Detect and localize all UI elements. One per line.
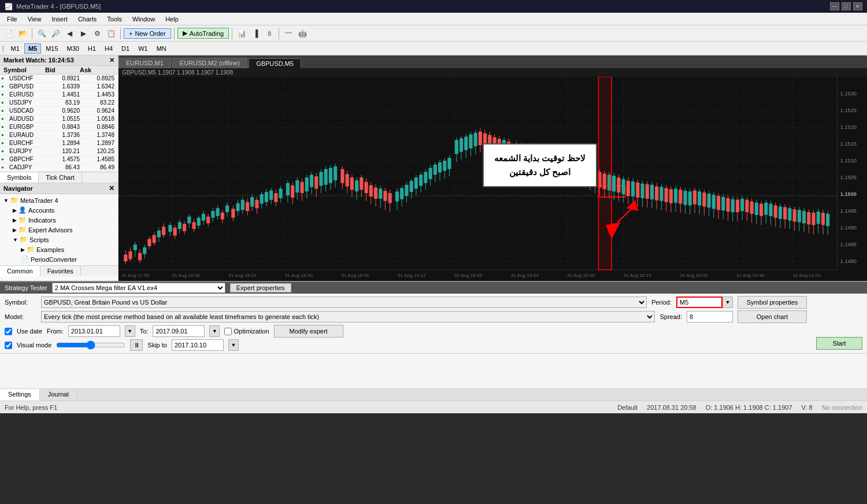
tf-h4[interactable]: H4 — [101, 43, 117, 54]
nav-item-experts[interactable]: ▶ 📁 Expert Advisors — [0, 225, 118, 235]
new-order-button[interactable]: + New Order — [124, 28, 171, 39]
expert-advisor-dropdown[interactable]: 2 MA Crosses Mega filter EA V1.ex4 — [52, 283, 225, 293]
chart-main[interactable]: 1.1530 1.1525 1.1520 1.1515 1.1510 1.150… — [118, 77, 867, 281]
menu-window[interactable]: Window — [128, 14, 160, 24]
chart-tab-gbpusd-m5[interactable]: GBPUSD,M5 — [249, 58, 301, 68]
svg-rect-279 — [674, 188, 677, 202]
mw-row-eurjpy[interactable]: ● EURJPY 120.21 120.25 — [0, 147, 118, 155]
template-button[interactable]: 📋 — [105, 27, 117, 40]
indicators-button[interactable]: 〰 — [282, 27, 295, 40]
modify-expert-button[interactable]: Modify expert — [274, 325, 343, 338]
collapse-icon: ▶ — [13, 217, 17, 223]
bar-chart-button[interactable]: ▐ — [249, 27, 262, 40]
nav-item-accounts[interactable]: ▶ 👤 Accounts — [0, 205, 118, 215]
mw-row-usdjpy[interactable]: ● USDJPY 83.19 83.22 — [0, 99, 118, 107]
svg-rect-56 — [128, 251, 132, 260]
zoom-out-button[interactable]: 🔎 — [49, 27, 62, 40]
svg-rect-271 — [655, 187, 658, 201]
mw-row-euraud[interactable]: ● EURAUD 1.3736 1.3748 — [0, 131, 118, 139]
menu-view[interactable]: View — [23, 14, 46, 24]
chart-tab-eurusd-m2[interactable]: EURUSD,M2 (offline) — [172, 58, 247, 68]
navigator-close-button[interactable]: ✕ — [109, 184, 114, 192]
tab-journal[interactable]: Journal — [40, 389, 77, 401]
to-date-dropdown[interactable]: ▼ — [209, 325, 220, 337]
mw-row-gbpchf[interactable]: ● GBPCHF 1.4575 1.4585 — [0, 155, 118, 164]
spread-input[interactable] — [687, 311, 733, 323]
nav-item-period-converter[interactable]: 📄 PeriodConverter — [0, 254, 118, 264]
menu-file[interactable]: File — [2, 14, 22, 24]
open-button[interactable]: 📂 — [16, 27, 29, 40]
chart-tab-eurusd-m1[interactable]: EURUSD,M1 — [118, 58, 171, 68]
open-chart-button[interactable]: Open chart — [738, 310, 807, 323]
tab-tick-chart[interactable]: Tick Chart — [39, 172, 82, 183]
period-input[interactable] — [676, 297, 722, 308]
tf-m5[interactable]: M5 — [24, 43, 41, 54]
from-date-dropdown[interactable]: ▼ — [125, 325, 135, 337]
zoom-in-button[interactable]: 🔍 — [35, 27, 48, 40]
experts-button[interactable]: 🤖 — [296, 27, 309, 40]
use-date-checkbox[interactable] — [5, 328, 12, 335]
symbol-select[interactable]: GBPUSD, Great Britain Pound vs US Dollar — [41, 297, 647, 308]
symbol-properties-button[interactable]: Symbol properties — [738, 296, 807, 309]
expert-properties-button-top[interactable]: Expert properties — [230, 283, 291, 292]
scroll-left-button[interactable]: ◀ — [63, 27, 76, 40]
skip-to-input[interactable] — [172, 339, 224, 351]
tab-favorites[interactable]: Favorites — [40, 266, 81, 276]
minimize-button[interactable]: — — [830, 2, 839, 10]
mw-row-eurchf[interactable]: ● EURCHF 1.2894 1.2897 — [0, 139, 118, 147]
mw-row-audusd[interactable]: ● AUDUSD 1.0515 1.0518 — [0, 115, 118, 123]
symbol-label: Symbol: — [5, 299, 36, 306]
mw-row-usdcad[interactable]: ● USDCAD 0.9620 0.9624 — [0, 107, 118, 115]
tf-m30[interactable]: M30 — [63, 43, 83, 54]
menu-tools[interactable]: Tools — [102, 14, 127, 24]
properties-button[interactable]: ⚙ — [91, 27, 103, 40]
period-dropdown-btn[interactable]: ▼ — [722, 297, 733, 308]
mw-row-eurusd[interactable]: ● EURUSD 1.4451 1.4453 — [0, 91, 118, 99]
start-button[interactable]: Start — [816, 337, 862, 350]
nav-item-mt4[interactable]: ▼ 📁 MetaTrader 4 — [0, 195, 118, 205]
folder-icon-experts: 📁 — [18, 226, 27, 234]
from-date-input[interactable] — [68, 325, 120, 337]
pause-button[interactable]: ⏸ — [130, 339, 143, 351]
tf-mn[interactable]: MN — [153, 43, 171, 54]
nav-item-examples[interactable]: ▶ 📁 Examples — [0, 244, 118, 254]
optimization-checkbox[interactable] — [224, 328, 232, 335]
to-date-input[interactable] — [153, 325, 205, 337]
visual-speed-slider[interactable] — [56, 340, 125, 350]
new-chart-button[interactable]: 📄 — [2, 27, 15, 40]
tf-w1[interactable]: W1 — [134, 43, 152, 54]
market-watch-close[interactable]: ✕ — [109, 57, 114, 64]
tf-h1[interactable]: H1 — [84, 43, 100, 54]
tab-settings[interactable]: Settings — [0, 389, 40, 401]
close-button[interactable]: ✕ — [853, 2, 862, 10]
tf-d1[interactable]: D1 — [117, 43, 134, 54]
svg-rect-321 — [774, 205, 777, 217]
nav-item-scripts[interactable]: ▼ 📁 Scripts — [0, 235, 118, 244]
candle-chart-button[interactable]: 🕯 — [263, 27, 276, 40]
tf-m1[interactable]: M1 — [7, 43, 24, 54]
restore-button[interactable]: □ — [842, 2, 851, 10]
menu-insert[interactable]: Insert — [47, 14, 72, 24]
mw-row-gbpusd[interactable]: ● GBPUSD 1.6339 1.6342 — [0, 83, 118, 91]
mw-row-usdchf[interactable]: ● USDCHF 0.8921 0.8925 — [0, 75, 118, 83]
nav-item-indicators[interactable]: ▶ 📁 Indicators — [0, 215, 118, 225]
tab-symbols[interactable]: Symbols — [0, 172, 39, 183]
autotrading-button[interactable]: ▶ AutoTrading — [177, 28, 229, 39]
line-chart-button[interactable]: 📊 — [235, 27, 248, 40]
svg-rect-323 — [779, 206, 782, 218]
visual-mode-checkbox[interactable] — [5, 342, 12, 349]
skip-to-dropdown[interactable]: ▼ — [228, 339, 239, 351]
tf-m15[interactable]: M15 — [42, 43, 62, 54]
mw-row-cadjpy[interactable]: ● CADJPY 86.43 86.49 — [0, 164, 118, 172]
svg-rect-293 — [707, 194, 711, 207]
title-bar-controls[interactable]: — □ ✕ — [830, 2, 862, 10]
menu-help[interactable]: Help — [161, 14, 183, 24]
menu-charts[interactable]: Charts — [73, 14, 101, 24]
svg-rect-255 — [617, 177, 620, 192]
model-select[interactable]: Every tick (the most precise method base… — [41, 311, 655, 323]
svg-text:31 Aug 18:24: 31 Aug 18:24 — [228, 273, 257, 278]
scroll-right-button[interactable]: ▶ — [77, 27, 90, 40]
tab-common[interactable]: Common — [0, 266, 40, 276]
svg-rect-263 — [636, 183, 639, 198]
mw-row-eurgbp[interactable]: ● EURGBP 0.8843 0.8846 — [0, 123, 118, 131]
